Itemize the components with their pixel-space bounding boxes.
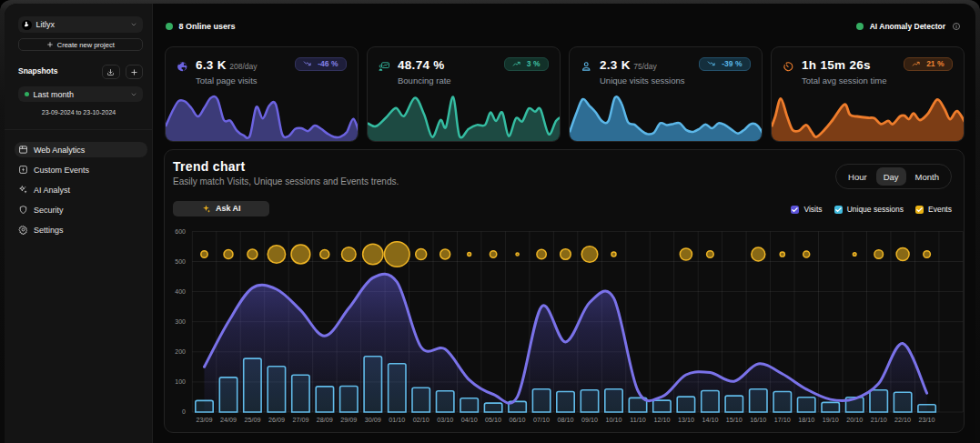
svg-text:100: 100 [175,378,186,385]
svg-text:20/10: 20/10 [846,416,863,424]
svg-text:19/10: 19/10 [823,416,839,424]
svg-text:26/09: 26/09 [268,416,285,424]
svg-text:13/10: 13/10 [678,416,694,424]
svg-text:17/10: 17/10 [774,416,791,424]
svg-text:10/10: 10/10 [606,416,622,424]
svg-text:18/10: 18/10 [798,416,814,424]
svg-text:02/10: 02/10 [413,416,429,424]
svg-text:28/09: 28/09 [317,416,333,424]
svg-text:04/10: 04/10 [461,416,478,424]
svg-text:400: 400 [175,288,186,295]
svg-text:27/09: 27/09 [292,416,308,424]
svg-text:03/10: 03/10 [437,416,453,424]
svg-text:200: 200 [175,348,186,355]
svg-text:30/09: 30/09 [365,416,381,424]
svg-text:14/10: 14/10 [702,416,718,424]
svg-text:05/10: 05/10 [485,416,501,424]
svg-text:08/10: 08/10 [558,416,574,424]
svg-text:11/10: 11/10 [630,416,645,424]
svg-text:12/10: 12/10 [653,416,670,424]
svg-text:500: 500 [175,258,186,265]
svg-text:15/10: 15/10 [726,416,743,424]
svg-text:23/09: 23/09 [197,416,213,424]
svg-text:300: 300 [175,318,186,325]
svg-text:24/09: 24/09 [220,416,237,424]
svg-text:29/09: 29/09 [340,416,357,424]
svg-text:600: 600 [175,228,186,235]
svg-text:21/10: 21/10 [871,416,887,424]
svg-text:22/10: 22/10 [894,416,911,424]
svg-text:06/10: 06/10 [510,416,526,424]
svg-text:23/10: 23/10 [919,416,935,424]
svg-text:0: 0 [182,408,186,415]
svg-text:07/10: 07/10 [533,416,550,424]
svg-text:25/09: 25/09 [244,416,260,424]
svg-text:09/10: 09/10 [581,416,598,424]
svg-text:01/10: 01/10 [389,416,405,424]
svg-text:16/10: 16/10 [750,416,766,424]
